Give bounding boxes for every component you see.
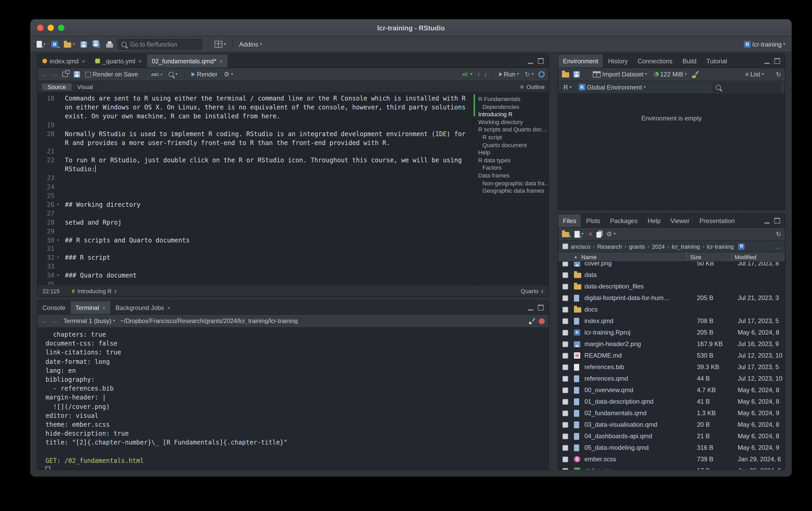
clear-terminal-button[interactable] bbox=[528, 318, 535, 324]
fold-arrow-icon[interactable]: ▾ bbox=[54, 236, 62, 245]
editor-tab-02-fundamentals-qmd[interactable]: 02_fundamentals.qmd*× bbox=[147, 54, 228, 68]
file-row[interactable]: ember.scss739 BJan 29, 2024, 6 bbox=[558, 453, 785, 465]
minimize-pane-icon[interactable] bbox=[528, 58, 533, 64]
run-button[interactable]: Run ▾ bbox=[498, 71, 520, 78]
file-name[interactable]: 03_data-visualisation.qmd bbox=[584, 421, 694, 428]
file-checkbox[interactable] bbox=[562, 353, 568, 358]
env-tab-environment[interactable]: Environment bbox=[558, 54, 604, 68]
load-workspace-button[interactable] bbox=[562, 72, 569, 78]
environment-search-input[interactable] bbox=[723, 83, 778, 91]
file-name[interactable]: margin-header2.png bbox=[584, 340, 694, 348]
import-dataset-button[interactable]: Import Dataset ▾ bbox=[592, 71, 648, 78]
refresh-environment-button[interactable]: ↻ bbox=[776, 71, 781, 78]
files-tab-presentation[interactable]: Presentation bbox=[695, 214, 740, 227]
file-name[interactable]: ember.scss bbox=[584, 456, 694, 463]
file-checkbox[interactable] bbox=[562, 318, 568, 324]
refresh-files-button[interactable]: ↻ bbox=[776, 231, 781, 237]
goto-file-input[interactable] bbox=[129, 41, 199, 48]
new-folder-button[interactable] bbox=[562, 232, 569, 237]
maximize-pane-icon[interactable] bbox=[774, 218, 780, 223]
file-row[interactable]: references.bib39.3 KBJul 17, 2023, 5 bbox=[558, 361, 785, 373]
env-tab-history[interactable]: History bbox=[604, 54, 633, 68]
file-name[interactable]: docs bbox=[584, 306, 694, 313]
file-checkbox[interactable] bbox=[562, 422, 568, 428]
file-name[interactable]: cover.png bbox=[584, 262, 694, 267]
rerun-button[interactable]: ↻▾ bbox=[524, 71, 535, 78]
file-name[interactable]: data-description_files bbox=[584, 283, 694, 290]
outline-item[interactable]: Data frames bbox=[473, 172, 548, 179]
editor-line[interactable]: 29 bbox=[38, 227, 473, 236]
outline-item[interactable]: R script bbox=[473, 134, 548, 141]
file-name[interactable]: digital-footprint-data-for-hum… bbox=[584, 294, 694, 302]
file-row[interactable]: data bbox=[558, 269, 785, 280]
new-project-button[interactable] bbox=[50, 41, 59, 48]
file-name[interactable]: README.md bbox=[584, 352, 694, 359]
file-row[interactable]: margin-header2.png167.9 KBJul 16, 2023, … bbox=[558, 338, 785, 350]
file-checkbox[interactable] bbox=[562, 284, 568, 289]
file-name[interactable]: 00_overview.qmd bbox=[584, 386, 694, 394]
stop-terminal-button[interactable] bbox=[539, 318, 545, 324]
column-header-name[interactable]: Name bbox=[581, 254, 687, 260]
maximize-pane-icon[interactable] bbox=[774, 58, 780, 64]
save-document-button[interactable] bbox=[74, 71, 80, 78]
outline-item[interactable]: R Fundamentals bbox=[473, 95, 548, 103]
save-button[interactable] bbox=[80, 41, 88, 47]
outline-item[interactable]: R scripts and Quarto doc… bbox=[473, 126, 548, 134]
file-checkbox[interactable] bbox=[562, 387, 568, 393]
delete-file-button[interactable]: × bbox=[588, 231, 592, 237]
file-row[interactable]: 03_data-visualisation.qmd20 BMay 6, 2024… bbox=[558, 419, 785, 430]
editor-line[interactable]: 27 bbox=[38, 209, 473, 218]
file-name[interactable]: 04_dashboards-api.qmd bbox=[584, 432, 694, 440]
outline-item[interactable]: Help bbox=[473, 149, 548, 156]
project-menu-button[interactable]: lcr-training ▾ bbox=[743, 41, 786, 48]
editor-line[interactable]: 25 bbox=[38, 192, 473, 200]
terminal-selector[interactable]: Terminal 1 (busy) ▾ bbox=[62, 317, 116, 325]
breadcrumb-item[interactable]: lcr-training bbox=[707, 243, 734, 249]
file-row[interactable]: styles.css17 BJan 29, 2024, 6 bbox=[558, 465, 785, 469]
file-checkbox[interactable] bbox=[562, 456, 568, 462]
file-checkbox[interactable] bbox=[562, 364, 568, 370]
maximize-pane-icon[interactable] bbox=[538, 58, 544, 64]
zoom-window-button[interactable] bbox=[58, 25, 64, 31]
column-header-modified[interactable]: Modified bbox=[731, 252, 785, 261]
render-settings-button[interactable]: ⚙▾ bbox=[223, 71, 234, 78]
new-file-button[interactable]: ▾ bbox=[36, 41, 47, 48]
insert-chunk-button[interactable]: +C▾ bbox=[460, 72, 473, 77]
files-tab-viewer[interactable]: Viewer bbox=[666, 214, 695, 227]
editor-line[interactable]: 20Normally RStudio is used to implement … bbox=[38, 130, 473, 147]
console-tab-console[interactable]: Console bbox=[38, 301, 70, 314]
editor-line[interactable]: 26▾## Working directory bbox=[38, 200, 473, 209]
editor-line[interactable]: 32▾### R script bbox=[38, 254, 473, 263]
file-checkbox[interactable] bbox=[562, 376, 568, 381]
minimize-window-button[interactable] bbox=[48, 25, 54, 31]
visual-view-toggle[interactable]: Visual bbox=[72, 83, 99, 90]
copy-file-button[interactable] bbox=[597, 232, 601, 238]
save-all-button[interactable] bbox=[92, 40, 102, 48]
outline-item[interactable]: Introducing R bbox=[473, 110, 548, 118]
editor-line[interactable]: 24 bbox=[38, 183, 473, 192]
language-selector[interactable]: R ▾ bbox=[562, 83, 573, 91]
close-tab-icon[interactable]: × bbox=[167, 304, 171, 311]
editor-line[interactable]: 22To run R or RStudio, just double click… bbox=[38, 156, 473, 174]
previous-section-button[interactable]: ↑ bbox=[477, 71, 480, 78]
outline-item[interactable]: Factors bbox=[473, 164, 548, 172]
console-tab-background-jobs[interactable]: Background Jobs× bbox=[111, 301, 176, 314]
editor-line[interactable]: 19 bbox=[38, 121, 473, 130]
close-tab-icon[interactable]: × bbox=[220, 58, 223, 64]
file-checkbox[interactable] bbox=[562, 341, 568, 347]
env-tab-build[interactable]: Build bbox=[678, 54, 702, 68]
terminal-output[interactable]: chapters: truedocument-css: falselink-ci… bbox=[38, 328, 548, 469]
outline-item[interactable]: Quarto document bbox=[473, 141, 548, 149]
file-name[interactable]: references.bib bbox=[584, 364, 694, 371]
editor-line[interactable]: 18Commands are sent to R using either th… bbox=[38, 94, 473, 121]
publish-button[interactable] bbox=[539, 71, 545, 78]
editor-line[interactable]: 33 bbox=[38, 262, 473, 271]
editor-line[interactable]: 35 bbox=[38, 280, 473, 285]
print-button[interactable] bbox=[105, 41, 114, 47]
minimize-pane-icon[interactable] bbox=[764, 58, 770, 64]
spellcheck-button[interactable]: ABC bbox=[151, 72, 163, 77]
minimize-pane-icon[interactable] bbox=[528, 305, 533, 311]
new-blank-file-button[interactable]: ▾ bbox=[573, 231, 584, 237]
outline-item[interactable]: Geographic data frames bbox=[473, 187, 548, 194]
file-row[interactable]: 04_dashboards-api.qmd21 BMay 6, 2024, 8 bbox=[558, 430, 785, 442]
